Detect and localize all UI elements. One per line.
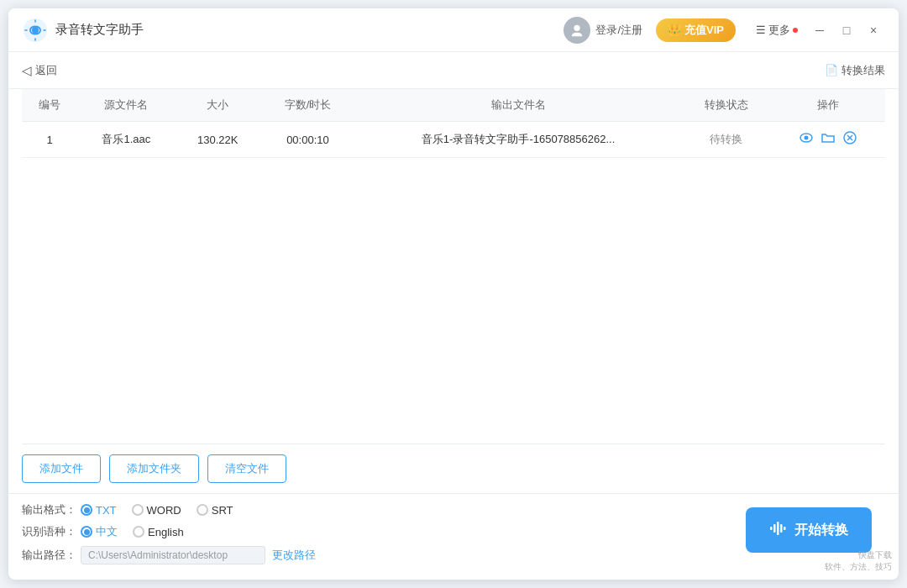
app-icon	[22, 17, 49, 44]
format-txt[interactable]: TXT	[81, 504, 117, 517]
file-table-container: 编号 源文件名 大小 字数/时长 输出文件名 转换状态 操作 1 音乐1.aac…	[22, 89, 885, 444]
format-srt-radio[interactable]	[197, 504, 208, 516]
svg-point-2	[574, 24, 580, 30]
folder-icon[interactable]	[820, 130, 836, 149]
minimize-button[interactable]: ─	[808, 18, 831, 42]
back-button[interactable]: ◁ 返回	[22, 63, 57, 78]
format-txt-radio[interactable]	[81, 504, 92, 516]
path-input[interactable]	[81, 546, 265, 564]
lang-chinese[interactable]: 中文	[81, 524, 118, 539]
svg-rect-10	[777, 522, 779, 535]
table-row: 1 音乐1.aac 130.22K 00:00:10 音乐1-录音转文字助手-1…	[22, 122, 885, 158]
format-radio-group: TXT WORD SRT	[81, 504, 233, 517]
avatar	[564, 17, 590, 44]
lang-english-radio[interactable]	[133, 526, 144, 538]
file-table: 编号 源文件名 大小 字数/时长 输出文件名 转换状态 操作 1 音乐1.aac…	[22, 89, 885, 158]
format-txt-label: TXT	[96, 504, 117, 517]
col-header-duration: 字数/时长	[260, 89, 355, 122]
svg-point-4	[805, 136, 809, 140]
file-icon: 📄	[825, 64, 838, 76]
bottom-actions: 添加文件 添加文件夹 清空文件	[8, 444, 899, 494]
col-header-status: 转换状态	[681, 89, 771, 122]
vip-label: 充值VIP	[684, 23, 724, 38]
close-button[interactable]: ×	[862, 18, 885, 42]
lang-english[interactable]: English	[133, 526, 184, 538]
delete-icon[interactable]	[842, 130, 857, 149]
app-title: 录音转文字助手	[55, 22, 144, 38]
back-arrow-icon: ◁	[22, 63, 32, 78]
col-header-output: 输出文件名	[355, 89, 681, 122]
add-file-button[interactable]: 添加文件	[22, 454, 101, 483]
svg-rect-8	[770, 527, 773, 530]
format-word-label: WORD	[147, 504, 181, 517]
add-folder-button[interactable]: 添加文件夹	[109, 454, 199, 483]
waveform-icon	[769, 519, 788, 541]
lang-radio-group: 中文 English	[81, 524, 184, 539]
format-srt[interactable]: SRT	[197, 504, 233, 517]
lang-chinese-label: 中文	[96, 524, 118, 539]
menu-button[interactable]: ☰ 更多	[749, 19, 805, 41]
minimize-icon: ─	[815, 24, 824, 37]
start-button[interactable]: 开始转换	[746, 507, 872, 553]
clear-files-button[interactable]: 清空文件	[207, 454, 286, 483]
cell-output: 音乐1-录音转文字助手-165078856262...	[355, 122, 681, 158]
maximize-button[interactable]: □	[835, 18, 858, 42]
format-word[interactable]: WORD	[132, 504, 181, 517]
cell-duration: 00:00:10	[260, 122, 355, 158]
cell-size: 130.22K	[175, 122, 260, 158]
login-button[interactable]: 登录/注册	[564, 17, 642, 44]
lang-label: 识别语种：	[22, 524, 81, 539]
format-word-radio[interactable]	[132, 504, 144, 516]
lang-english-label: English	[148, 526, 184, 538]
format-label: 输出格式：	[22, 502, 81, 517]
crown-icon: 👑	[668, 24, 681, 36]
maximize-icon: □	[843, 24, 850, 37]
cell-actions	[771, 122, 885, 158]
menu-label: 更多	[768, 23, 790, 38]
col-header-action: 操作	[771, 89, 885, 122]
login-label: 登录/注册	[595, 23, 642, 38]
cell-id: 1	[22, 122, 77, 158]
preview-icon[interactable]	[799, 130, 814, 149]
result-button[interactable]: 📄 转换结果	[825, 63, 885, 78]
watermark: 快盘下载 软件、方法、技巧	[825, 549, 892, 573]
path-label: 输出路径：	[22, 548, 81, 563]
svg-rect-11	[780, 524, 783, 533]
col-header-id: 编号	[22, 89, 77, 122]
change-path-button[interactable]: 更改路径	[272, 548, 316, 563]
col-header-source: 源文件名	[77, 89, 175, 122]
vip-button[interactable]: 👑 充值VIP	[656, 18, 736, 42]
cell-source: 音乐1.aac	[77, 122, 175, 158]
cell-status: 待转换	[681, 122, 771, 158]
start-label: 开始转换	[794, 522, 848, 539]
back-label: 返回	[35, 63, 57, 78]
close-icon: ×	[870, 24, 877, 37]
format-srt-label: SRT	[212, 504, 233, 517]
lang-chinese-radio[interactable]	[81, 526, 92, 538]
menu-icon: ☰	[756, 24, 766, 36]
svg-point-1	[32, 27, 39, 34]
col-header-size: 大小	[175, 89, 260, 122]
svg-rect-12	[784, 527, 786, 530]
result-label: 转换结果	[841, 63, 885, 78]
toolbar: ◁ 返回 📄 转换结果	[8, 52, 899, 89]
svg-rect-9	[773, 524, 776, 533]
table-header-row: 编号 源文件名 大小 字数/时长 输出文件名 转换状态 操作	[22, 89, 885, 122]
notification-dot	[793, 28, 798, 33]
